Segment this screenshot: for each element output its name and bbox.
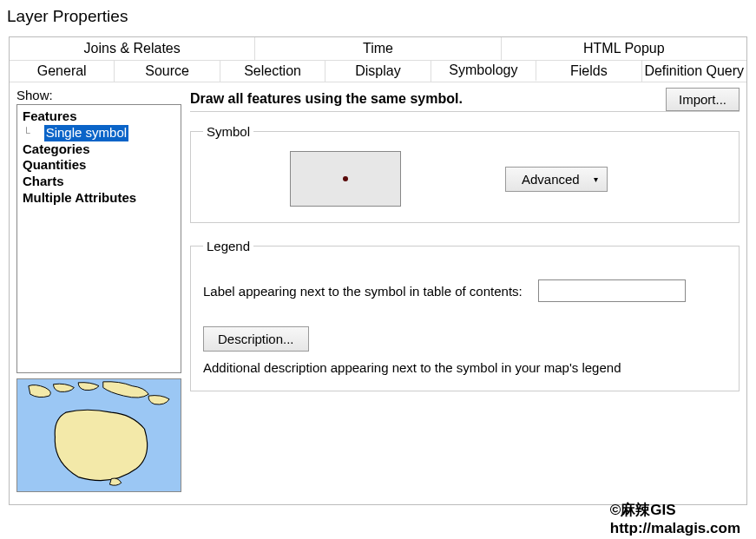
tab-row-bottom: General Source Selection Display Symbolo… <box>10 60 746 82</box>
legend-label-text: Label appearing next to the symbol in ta… <box>203 284 523 299</box>
tree-connector-icon: └ <box>23 127 30 140</box>
tab-row-top: Joins & Relates Time HTML Popup <box>10 37 746 60</box>
tab-general[interactable]: General <box>10 60 115 82</box>
tab-body: Show: Features └ Single symbol Categorie… <box>10 82 746 499</box>
watermark: ©麻辣GIS http://malagis.com <box>610 501 740 538</box>
window-title: Layer Properties <box>0 0 756 36</box>
import-button[interactable]: Import... <box>666 88 740 111</box>
legend-label-input[interactable] <box>538 279 686 302</box>
heading-row: Draw all features using the same symbol.… <box>190 88 740 112</box>
tree-quantities[interactable]: Quantities <box>23 157 175 174</box>
advanced-button-label: Advanced <box>522 172 580 187</box>
tab-fields[interactable]: Fields <box>536 60 641 82</box>
tab-html-popup[interactable]: HTML Popup <box>502 37 746 60</box>
advanced-button[interactable]: Advanced ▾ <box>505 167 608 192</box>
legend-group-legend: Legend <box>203 239 253 253</box>
tab-display[interactable]: Display <box>325 60 431 82</box>
map-preview <box>16 378 181 492</box>
symbol-group-legend: Symbol <box>203 124 253 139</box>
description-button[interactable]: Description... <box>203 326 309 352</box>
tab-joins-relates[interactable]: Joins & Relates <box>10 37 255 60</box>
tree-single-symbol[interactable]: Single symbol <box>44 125 128 141</box>
legend-label-row: Label appearing next to the symbol in ta… <box>203 279 726 302</box>
tab-container: Joins & Relates Time HTML Popup General … <box>9 36 747 505</box>
tree-categories[interactable]: Categories <box>23 141 175 158</box>
watermark-line2: http://malagis.com <box>610 519 740 537</box>
show-tree[interactable]: Features └ Single symbol Categories Quan… <box>16 104 181 373</box>
description-text: Additional description appearing next to… <box>203 360 726 375</box>
symbol-dot-icon <box>343 176 348 181</box>
tree-charts[interactable]: Charts <box>23 174 175 190</box>
tree-features[interactable]: Features <box>23 108 175 125</box>
tree-single-symbol-row: └ Single symbol <box>23 125 175 141</box>
watermark-line1: ©麻辣GIS <box>610 501 740 519</box>
tab-time[interactable]: Time <box>255 37 501 60</box>
tree-multiple-attributes[interactable]: Multiple Attributes <box>23 190 175 207</box>
chevron-down-icon: ▾ <box>594 174 598 184</box>
tab-selection[interactable]: Selection <box>220 60 325 82</box>
legend-group: Legend Label appearing next to the symbo… <box>190 239 740 391</box>
right-column: Draw all features using the same symbol.… <box>190 88 740 492</box>
symbol-row: Advanced ▾ <box>203 148 726 207</box>
symbol-swatch[interactable] <box>290 151 401 207</box>
map-preview-svg <box>17 379 181 491</box>
left-column: Show: Features └ Single symbol Categorie… <box>16 88 181 492</box>
tab-symbology[interactable]: Symbology <box>431 60 536 82</box>
tab-definition-query[interactable]: Definition Query <box>642 60 746 82</box>
heading-text: Draw all features using the same symbol. <box>190 89 463 110</box>
show-label: Show: <box>16 88 181 102</box>
symbol-group: Symbol Advanced ▾ <box>190 124 740 223</box>
tab-source[interactable]: Source <box>115 60 220 82</box>
